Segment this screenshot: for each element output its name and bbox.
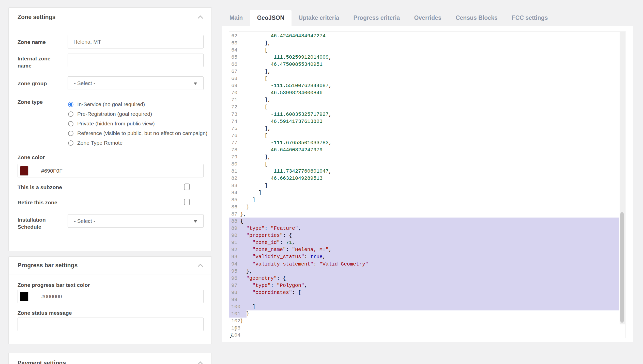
code-text: -111.60835325717927, [240,111,332,117]
code-line[interactable]: 70 46.53998234000846 [229,89,619,96]
subzone-checkbox[interactable] [184,184,190,190]
installation-schedule-select[interactable]: - Select - [68,214,204,228]
code-line[interactable]: 80 [ [229,161,619,168]
code-line[interactable]: 89 "type": "Feature", [229,225,619,232]
code-line[interactable]: 82 46.66321049289513 [229,175,619,182]
code-line[interactable]: 95 }, [229,268,619,275]
progress-text-color-hex: #000000 [41,293,62,300]
radio-label: Reference (visible to public, but no eff… [77,130,207,136]
tab-overrides[interactable]: Overrides [407,10,448,26]
zone-color-input[interactable]: #690F0F [18,164,204,177]
code-line[interactable]: 97 "type": "Polygon", [229,282,619,289]
code-line[interactable]: 71 ], [229,96,619,104]
code-line[interactable]: 104} [229,332,619,338]
line-number: 82 [229,175,240,181]
code-line[interactable]: 63 ], [229,39,619,46]
code-text: 46.53998234000846 [240,90,323,96]
radio-button[interactable] [68,102,73,107]
code-line[interactable]: 101 } [229,310,619,318]
line-number: 67 [229,69,240,74]
line-number: 68 [229,76,240,81]
code-line[interactable]: 76 [ [229,132,619,139]
code-line[interactable]: 91 "zone_id": 71, [229,239,619,246]
code-line[interactable]: 100 ] [229,303,619,310]
zone-type-option[interactable]: Private (hidden from public view) [68,120,207,127]
line-number: 77 [229,140,240,146]
progress-text-color-input[interactable]: #000000 [18,290,204,303]
code-line[interactable]: 96 "geometry": { [229,275,619,282]
collapse-chevron-up-icon[interactable] [198,264,203,269]
geojson-editor[interactable]: 62 46.42464648494727463 ],64 [65 -111.50… [229,31,625,338]
zone-type-option[interactable]: Pre-Registration (goal required) [68,110,207,118]
tab-progress-criteria[interactable]: Progress criteria [346,10,407,26]
code-line[interactable]: 74 46.59141737613823 [229,118,619,125]
code-line[interactable]: 64 [ [229,46,619,54]
code-line[interactable]: 75 ], [229,125,619,132]
code-line[interactable]: 83 ] [229,182,619,189]
zone-type-option[interactable]: Reference (visible to public, but no eff… [68,129,207,137]
code-text: ] [240,304,255,310]
tab-fcc-settings[interactable]: FCC settings [505,10,555,26]
tab-census-blocks[interactable]: Census Blocks [449,10,505,26]
radio-button[interactable] [68,140,73,146]
internal-zone-name-label: Internal zone name [18,55,58,70]
code-line[interactable]: 77 -111.67653501033783, [229,139,619,146]
code-line[interactable]: 68 [ [229,75,619,82]
code-line[interactable]: 88{ [229,218,619,225]
code-line[interactable]: 69 -111.55100762844087, [229,82,619,89]
retire-zone-checkbox[interactable] [184,199,190,205]
line-number: 80 [229,161,240,167]
code-line[interactable]: 90 "properties": { [229,232,619,239]
code-line[interactable]: 103] [229,325,619,332]
code-text: }, [240,211,246,217]
installation-schedule-value: - Select - [74,218,95,224]
tab-uptake-criteria[interactable]: Uptake criteria [292,10,346,26]
code-line[interactable]: 84 ] [229,189,619,196]
tab-geojson[interactable]: GeoJSON [250,10,291,26]
code-line[interactable]: 99 [229,296,619,303]
progress-text-color-swatch[interactable] [20,292,28,301]
code-line[interactable]: 81 -111.73427760601047, [229,168,619,175]
code-line[interactable]: 102} [229,318,619,325]
code-line[interactable]: 66 46.47500855340951 [229,61,619,68]
code-line[interactable]: 67 ], [229,68,619,75]
radio-button[interactable] [68,121,73,126]
zone-group-value: - Select - [74,80,95,86]
scrollbar-thumb[interactable] [620,212,624,323]
collapse-chevron-up-icon[interactable] [198,15,203,21]
zone-type-option[interactable]: In-Service (no goal required) [68,101,207,108]
zone-name-input[interactable] [68,35,204,48]
collapse-chevron-up-icon[interactable] [198,361,203,364]
code-line[interactable]: 86 } [229,203,619,210]
code-line[interactable]: 98 "coordinates": [ [229,289,619,296]
line-number: 83 [229,183,240,189]
code-line[interactable]: 93 "validity_status": true, [229,253,619,260]
line-number: 91 [229,240,240,245]
code-line[interactable]: 72 [ [229,104,619,111]
internal-zone-name-input[interactable] [68,54,204,67]
code-text: -111.73427760601047, [240,168,332,174]
code-line[interactable]: 92 "zone_name": "Helena, MT", [229,246,619,253]
zone-type-option[interactable]: Zone Type Remote [68,139,207,147]
code-text: "coordinates": [ [240,290,301,295]
code-line[interactable]: 65 -111.50259912014009, [229,54,619,61]
code-text: "zone_id": 71, [240,240,295,245]
scrollbar-track[interactable] [620,32,625,324]
zone-status-message-input[interactable] [18,318,204,331]
tab-main[interactable]: Main [222,10,250,26]
line-number: 73 [229,111,240,117]
code-text: ], [240,97,271,103]
code-line[interactable]: 94 "validity_statement": "Valid Geometry… [229,260,619,268]
zone-color-swatch[interactable] [20,166,28,176]
radio-button[interactable] [68,111,73,117]
code-line[interactable]: 87}, [229,210,619,218]
code-line[interactable]: 78 46.64460824247979 [229,146,619,154]
progress-bar-settings-header: Progress bar settings [9,257,211,274]
radio-button[interactable] [68,131,73,136]
zone-group-select[interactable]: - Select - [68,76,204,90]
line-number: 72 [229,104,240,110]
code-line[interactable]: 62 46.424646484947274 [229,32,619,39]
code-line[interactable]: 79 ], [229,154,619,161]
code-line[interactable]: 85 ] [229,196,619,203]
code-line[interactable]: 73 -111.60835325717927, [229,111,619,118]
